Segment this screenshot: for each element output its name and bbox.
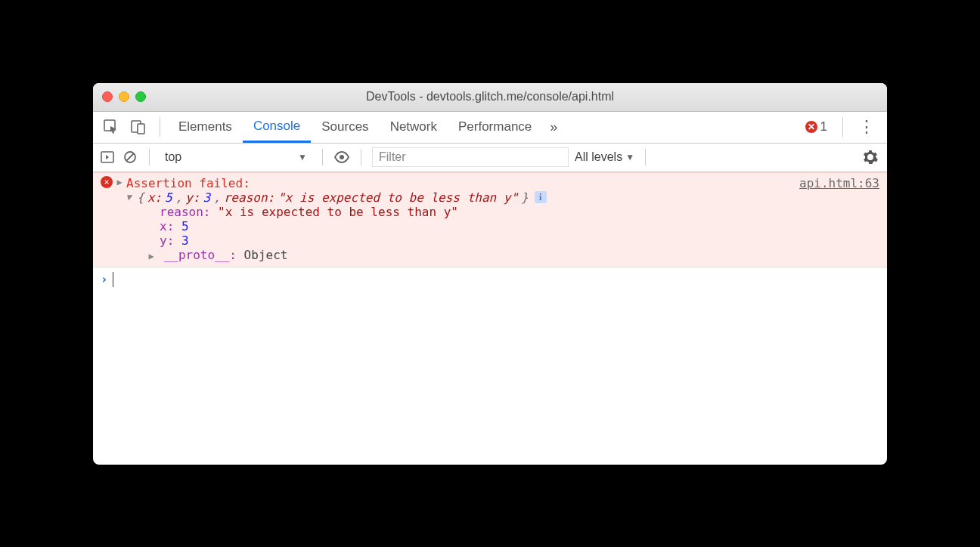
- error-header-text: Assertion failed:: [126, 176, 250, 190]
- brace-open: {: [137, 190, 144, 205]
- comma: ,: [213, 190, 221, 205]
- obj-val: 3: [203, 190, 210, 205]
- info-icon[interactable]: i: [535, 191, 547, 203]
- separator: [842, 117, 843, 137]
- svg-line-5: [126, 153, 134, 161]
- close-window-button[interactable]: [102, 91, 113, 102]
- log-levels-selector[interactable]: All levels ▼: [575, 150, 634, 164]
- filter-input[interactable]: [372, 147, 569, 167]
- source-link[interactable]: api.html:63: [799, 176, 879, 190]
- settings-menu-button[interactable]: ⋮: [858, 117, 875, 137]
- separator: [361, 149, 361, 165]
- console-output: ✕ ▶ Assertion failed: api.html:63 ▼ { x:…: [93, 172, 887, 465]
- separator: [149, 149, 150, 165]
- error-count: 1: [820, 119, 827, 134]
- property-key: y:: [160, 233, 174, 248]
- window-title: DevTools - devtools.glitch.me/console/ap…: [93, 90, 887, 104]
- tab-performance[interactable]: Performance: [448, 112, 542, 143]
- titlebar: DevTools - devtools.glitch.me/console/ap…: [93, 83, 887, 112]
- obj-key: y:: [185, 190, 200, 205]
- live-expression-icon[interactable]: [333, 149, 350, 165]
- chevron-down-icon: ▼: [625, 152, 634, 162]
- expand-toggle-icon[interactable]: ▶: [146, 251, 157, 261]
- window-controls: [102, 91, 146, 102]
- error-message: ✕ ▶ Assertion failed: api.html:63 ▼ { x:…: [93, 172, 887, 267]
- separator: [645, 149, 646, 165]
- proto-row[interactable]: ▶ __proto__: Object: [101, 248, 879, 262]
- obj-val: "x is expected to be less than y": [278, 190, 518, 205]
- toggle-sidebar-icon[interactable]: [99, 149, 116, 165]
- console-settings-icon[interactable]: [863, 150, 878, 165]
- context-selector[interactable]: top ▼: [160, 149, 312, 165]
- device-toolbar-icon[interactable]: [129, 118, 147, 136]
- error-icon: ✕: [101, 176, 113, 188]
- property-row: y: 3: [101, 233, 879, 248]
- property-key: x:: [160, 219, 174, 233]
- console-prompt[interactable]: ›: [93, 267, 887, 292]
- tab-sources[interactable]: Sources: [311, 112, 379, 143]
- expand-toggle-icon[interactable]: ▶: [114, 177, 125, 187]
- property-row: x: 5: [101, 219, 879, 233]
- inspect-element-icon[interactable]: [102, 118, 120, 136]
- obj-val: 5: [165, 190, 172, 205]
- svg-point-7: [869, 156, 872, 159]
- proto-value: Object: [244, 248, 288, 262]
- property-row: reason: "x is expected to be less than y…: [101, 205, 879, 219]
- property-value: "x is expected to be less than y": [218, 205, 458, 219]
- error-icon: ✕: [805, 121, 817, 133]
- brace-close: }: [521, 190, 529, 205]
- tab-console[interactable]: Console: [243, 112, 311, 143]
- object-summary[interactable]: ▼ { x: 5, y: 3, reason: "x is expected t…: [101, 190, 879, 205]
- devtools-window: DevTools - devtools.glitch.me/console/ap…: [93, 83, 887, 465]
- zoom-window-button[interactable]: [135, 91, 146, 102]
- separator: [160, 117, 160, 137]
- obj-key: reason:: [224, 190, 274, 205]
- console-filter-bar: top ▼ All levels ▼: [93, 144, 887, 172]
- collapse-toggle-icon[interactable]: ▼: [123, 192, 134, 202]
- minimize-window-button[interactable]: [119, 91, 129, 102]
- proto-key: __proto__:: [164, 248, 237, 262]
- clear-console-icon[interactable]: [122, 149, 138, 165]
- error-count-badge[interactable]: ✕ 1: [805, 119, 827, 134]
- chevron-down-icon: ▼: [298, 152, 307, 162]
- main-toolbar: Elements Console Sources Network Perform…: [93, 112, 887, 144]
- separator: [322, 149, 323, 165]
- property-value: 5: [181, 219, 189, 233]
- svg-rect-2: [138, 124, 144, 134]
- property-key: reason:: [160, 205, 210, 219]
- property-value: 3: [181, 233, 189, 248]
- context-selector-label: top: [165, 150, 181, 164]
- log-levels-label: All levels: [575, 150, 622, 164]
- svg-point-6: [340, 155, 344, 159]
- text-cursor: [113, 272, 113, 287]
- comma: ,: [175, 190, 183, 205]
- obj-key: x:: [147, 190, 162, 205]
- tab-elements[interactable]: Elements: [168, 112, 243, 143]
- prompt-icon: ›: [101, 272, 108, 286]
- tab-network[interactable]: Network: [380, 112, 448, 143]
- more-tabs-button[interactable]: »: [550, 119, 557, 135]
